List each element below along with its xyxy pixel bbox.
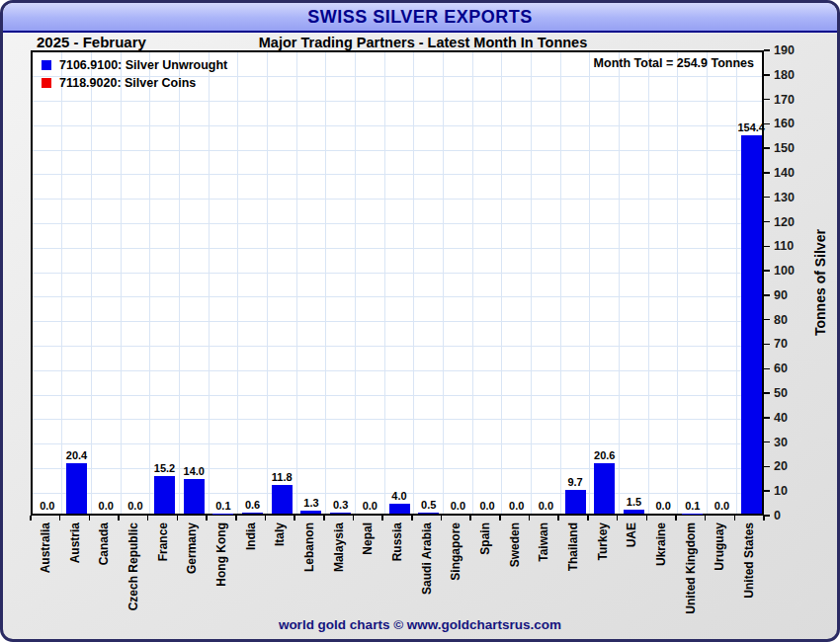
x-axis-label: Czech Republic <box>126 522 140 610</box>
vertical-gridline <box>560 52 561 514</box>
vertical-gridline <box>179 52 180 514</box>
x-axis-label: Malaysia <box>332 522 346 572</box>
bar-value-label: 20.4 <box>55 449 99 461</box>
vertical-gridline <box>237 52 238 514</box>
vertical-gridline <box>648 52 649 514</box>
bar-saudi-arabia <box>418 513 439 514</box>
horizontal-gridline <box>33 443 762 444</box>
y-axis-tick-label: 80 <box>774 312 809 328</box>
y-axis-tick <box>764 392 770 394</box>
chart-subtitle: Major Trading Partners - Latest Month In… <box>259 35 587 50</box>
x-axis-label: Spain <box>478 522 492 555</box>
subheader: 2025 - February Major Trading Partners -… <box>3 33 837 50</box>
chart-title-bar: SWISS SILVER EXPORTS <box>3 3 837 33</box>
y-axis-tick-label: 20 <box>774 458 809 474</box>
vertical-gridline <box>296 52 297 514</box>
month-total-label: Month Total = 254.9 Tonnes <box>594 56 754 70</box>
x-axis-tick <box>763 516 765 521</box>
y-axis-tick <box>764 49 770 51</box>
y-axis-tick-label: 50 <box>774 385 809 401</box>
y-axis-tick-label: 150 <box>774 140 809 156</box>
y-axis-tick <box>764 147 770 149</box>
vertical-gridline <box>384 52 385 514</box>
x-axis-tick <box>705 516 707 521</box>
y-axis-tick <box>764 197 770 199</box>
y-axis-tick <box>764 344 770 346</box>
horizontal-gridline <box>33 125 762 126</box>
y-axis-tick <box>764 123 770 125</box>
bar-value-label: 11.8 <box>260 471 303 483</box>
vertical-gridline <box>121 52 122 514</box>
x-axis-label: France <box>156 522 170 561</box>
horizontal-gridline <box>33 370 762 371</box>
y-axis-title: Tonnes of Silver <box>809 50 831 516</box>
x-axis-label: Hong Kong <box>214 522 228 587</box>
horizontal-gridline <box>33 296 762 297</box>
vertical-gridline <box>91 52 92 514</box>
horizontal-gridline <box>33 346 762 347</box>
horizontal-gridline <box>33 273 762 274</box>
y-axis-tick-label: 0 <box>774 508 809 523</box>
x-axis-label: Uruguay <box>713 522 726 571</box>
y-axis-tick-label: 110 <box>774 238 809 254</box>
x-axis-label: Sweden <box>508 522 522 567</box>
bar-value-label: 9.7 <box>553 476 597 488</box>
x-axis-label: Germany <box>185 522 199 574</box>
bar-france <box>154 476 175 514</box>
vertical-gridline <box>589 52 590 514</box>
vertical-gridline <box>149 52 150 514</box>
x-axis-label: Lebanon <box>302 522 316 572</box>
x-axis-label: United Kingdom <box>684 522 698 614</box>
x-axis-label: Nepal <box>361 522 375 555</box>
vertical-gridline <box>209 52 210 514</box>
x-axis-tick <box>617 516 619 521</box>
horizontal-gridline <box>33 101 762 102</box>
bar-value-label: 0.6 <box>231 499 275 511</box>
y-axis-tick-label: 70 <box>774 336 809 352</box>
x-axis-tick <box>557 516 559 521</box>
horizontal-gridline <box>33 395 762 396</box>
x-axis-tick <box>441 516 443 521</box>
vertical-gridline <box>472 52 473 514</box>
x-axis-label: United States <box>742 522 756 599</box>
vertical-gridline <box>61 52 62 514</box>
x-axis-label: Thailand <box>566 522 580 571</box>
x-axis-tick <box>30 516 32 521</box>
bar-value-label: 20.6 <box>583 449 627 461</box>
y-axis-tick-label: 40 <box>774 410 809 426</box>
y-axis-tick-label: 180 <box>774 67 809 83</box>
bar-value-label: 0.0 <box>26 500 69 512</box>
x-axis-tick <box>206 516 208 521</box>
x-axis-tick <box>499 516 501 521</box>
y-axis-tick <box>764 515 770 517</box>
x-axis-tick <box>411 516 413 521</box>
vertical-gridline <box>443 52 444 514</box>
vertical-gridline <box>413 52 414 514</box>
x-axis-label: Ukraine <box>654 522 668 566</box>
x-axis-label: Turkey <box>596 522 610 560</box>
y-axis-tick <box>764 466 770 468</box>
horizontal-gridline <box>33 174 762 175</box>
y-axis-tick <box>764 368 770 370</box>
x-axis-tick <box>265 516 267 521</box>
plot-area: 0.020.40.00.015.214.00.10.611.81.30.30.0… <box>31 50 764 516</box>
legend: 7106.9100: Silver Unwrought 7118.9020: S… <box>42 56 227 92</box>
x-axis-tick <box>353 516 355 521</box>
bar-india <box>242 513 263 514</box>
x-axis-label: Italy <box>273 522 287 546</box>
x-axis-tick <box>587 516 589 521</box>
x-axis-label: Russia <box>390 522 404 561</box>
horizontal-gridline <box>33 248 762 249</box>
vertical-gridline <box>619 52 620 514</box>
y-axis-tick-label: 170 <box>774 92 809 108</box>
bar-united-states <box>741 135 762 514</box>
y-axis-tick <box>764 74 770 76</box>
y-axis-tick-label: 120 <box>774 214 809 230</box>
horizontal-gridline <box>33 419 762 420</box>
y-axis-tick <box>764 221 770 223</box>
footer-credit: world gold charts © www.goldchartsrus.co… <box>3 617 837 632</box>
x-axis-label: India <box>244 522 258 550</box>
bar-thailand <box>565 490 586 514</box>
legend-item-unwrought: 7106.9100: Silver Unwrought <box>42 56 227 74</box>
x-axis-label: Canada <box>97 522 111 565</box>
